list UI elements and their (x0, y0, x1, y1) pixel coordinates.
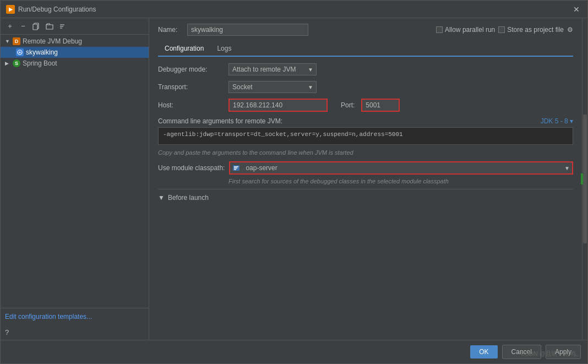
host-port-row: Host: Port: (158, 99, 573, 112)
sidebar-item-label: Spring Boot (23, 59, 57, 67)
svg-point-6 (19, 52, 21, 53)
help-button[interactable]: ? (1, 325, 149, 340)
tree-arrow-remote-jvm: ▼ (5, 39, 10, 44)
module-classpath-label: Use module classpath: (158, 164, 225, 172)
transport-select[interactable]: Socket Shared memory (228, 81, 317, 93)
sidebar-tree: ▼ D Remote JVM Debug skywalking (1, 35, 149, 308)
debug-icon: D (13, 37, 20, 45)
debugger-mode-row: Debugger mode: Attach to remote JVM List… (158, 63, 573, 75)
sidebar-item-label: Remote JVM Debug (23, 37, 82, 45)
port-input[interactable] (361, 99, 400, 112)
host-label: Host: (158, 101, 224, 109)
debugger-mode-select[interactable]: Attach to remote JVM Listen to remote JV… (228, 63, 317, 75)
title-bar-left: ▶ Run/Debug Configurations (6, 5, 96, 14)
green-indicator (581, 173, 583, 184)
title-bar: ▶ Run/Debug Configurations ✕ (1, 1, 587, 18)
dialog-title: Run/Debug Configurations (18, 6, 96, 13)
scrollbar-track[interactable] (582, 18, 587, 340)
sidebar-item-remote-jvm-debug[interactable]: ▼ D Remote JVM Debug (1, 36, 149, 47)
transport-row: Transport: Socket Shared memory ▼ (158, 81, 573, 93)
allow-parallel-label: Allow parallel run (445, 26, 495, 34)
module-classpath-select[interactable]: oap-server (229, 161, 573, 175)
tab-logs[interactable]: Logs (210, 41, 238, 57)
edit-templates-link[interactable]: Edit configuration templates... (5, 313, 92, 320)
config-form: Debugger mode: Attach to remote JVM List… (158, 63, 573, 334)
cmd-args-header: Command line arguments for remote JVM: J… (158, 117, 573, 125)
skywalking-config-icon (16, 48, 24, 56)
before-launch-header: ▼ Before launch (158, 194, 573, 202)
add-config-button[interactable]: + (4, 20, 16, 32)
sidebar-item-spring-boot[interactable]: ▶ S Spring Boot (1, 58, 149, 69)
sidebar-bottom: Edit configuration templates... (1, 308, 149, 325)
checkbox-group: Allow parallel run Store as project file… (436, 26, 573, 34)
transport-select-wrapper: Socket Shared memory ▼ (228, 81, 317, 93)
svg-rect-1 (33, 24, 37, 30)
jdk-version-link[interactable]: JDK 5 - 8 ▾ (541, 117, 573, 125)
name-label: Name: (158, 26, 183, 34)
sidebar: + − (1, 18, 149, 340)
copy-hint: Copy and paste the arguments to the comm… (158, 149, 573, 156)
store-as-project-checkbox[interactable] (498, 26, 505, 33)
module-hint: First search for sources of the debugged… (228, 178, 573, 184)
module-classpath-row: Use module classpath: oap-server (158, 161, 573, 175)
cmd-args-box: -agentlib:jdwp=transport=dt_socket,serve… (158, 127, 573, 145)
allow-parallel-checkbox-item: Allow parallel run (436, 26, 495, 34)
run-debug-dialog: ▶ Run/Debug Configurations ✕ + − (0, 0, 588, 364)
sidebar-item-label: skywalking (26, 48, 58, 56)
gear-icon[interactable]: ⚙ (567, 26, 573, 34)
store-as-project-checkbox-item: Store as project file (498, 26, 564, 34)
sidebar-toolbar: + − (1, 18, 149, 35)
module-hint-text: First search for sources of the debugged… (228, 178, 449, 184)
tab-configuration[interactable]: Configuration (158, 41, 210, 57)
cmd-args-section: Command line arguments for remote JVM: J… (158, 117, 573, 145)
tabs-row: Configuration Logs (158, 41, 573, 57)
port-label: Port: (341, 101, 355, 109)
debugger-mode-label: Debugger mode: (158, 66, 224, 73)
copy-config-button[interactable] (30, 20, 42, 32)
name-row: Name: Allow parallel run Store as projec… (158, 24, 573, 36)
dialog-icon: ▶ (6, 5, 15, 14)
allow-parallel-checkbox[interactable] (436, 26, 443, 33)
before-launch-label: Before launch (168, 194, 209, 202)
store-as-project-label: Store as project file (507, 26, 564, 34)
tree-arrow-spring-boot: ▶ (5, 61, 10, 66)
move-to-folder-button[interactable] (43, 20, 56, 32)
before-launch-section: ▼ Before launch (158, 189, 573, 202)
remove-config-button[interactable]: − (17, 20, 29, 32)
ok-button[interactable]: OK (470, 345, 497, 358)
bottom-bar: OK Cancel Apply (1, 340, 587, 363)
transport-label: Transport: (158, 83, 224, 91)
before-launch-arrow[interactable]: ▼ (158, 194, 165, 202)
host-input[interactable] (228, 99, 328, 112)
watermark: CSDN @且听，雨鸣。 (521, 350, 582, 358)
right-panel: Name: Allow parallel run Store as projec… (149, 18, 582, 340)
cmd-args-label: Command line arguments for remote JVM: (158, 117, 282, 125)
scrollbar-thumb[interactable] (583, 115, 587, 243)
debugger-mode-select-wrapper: Attach to remote JVM Listen to remote JV… (228, 63, 317, 75)
spring-boot-icon: S (13, 59, 20, 67)
main-content: + − (1, 18, 587, 340)
sidebar-item-skywalking[interactable]: skywalking (1, 47, 149, 58)
module-select-wrapper: oap-server ▼ (229, 161, 573, 175)
close-button[interactable]: ✕ (571, 4, 582, 15)
sort-button[interactable] (57, 20, 69, 32)
name-input[interactable] (187, 24, 308, 36)
